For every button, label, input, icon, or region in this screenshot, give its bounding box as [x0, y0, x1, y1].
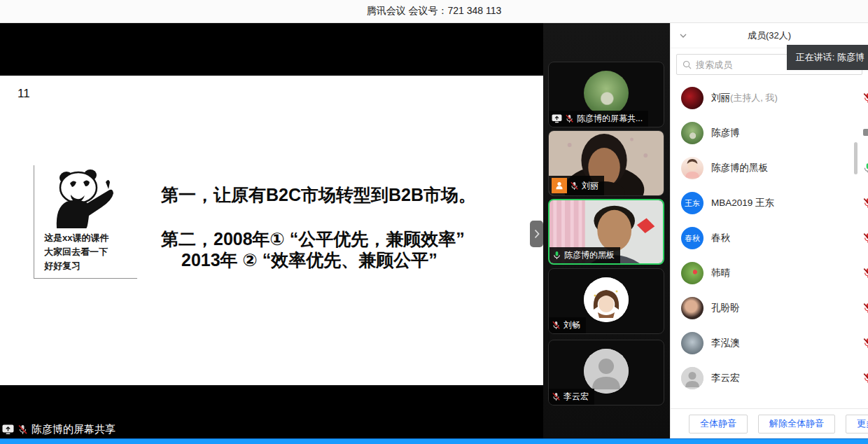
avatar [584, 71, 629, 116]
member-list: 刘丽 (主持人, 我) 陈彦博 陈彦博的黑板 王东 [671, 81, 868, 396]
muted-mic-icon [862, 233, 868, 244]
member-row[interactable]: 孔盼盼 [671, 291, 868, 326]
meme-caption-line: 大家回去看一下 [44, 245, 137, 259]
video-tile[interactable]: 刘畅 [548, 268, 664, 334]
tile-name-label: 刘丽 [549, 176, 604, 195]
chevron-down-icon [680, 34, 687, 38]
muted-mic-icon [552, 392, 561, 401]
muted-mic-icon [862, 303, 868, 314]
members-panel-footer: 全体静音 解除全体静音 更多 [671, 408, 868, 438]
avatar [584, 277, 629, 322]
video-tile[interactable]: 李云宏 [548, 340, 664, 405]
muted-mic-icon [18, 424, 28, 435]
slide: 11 这是xx课的课件 大家回去看一下 [0, 76, 543, 385]
expand-strip-button[interactable] [530, 221, 543, 247]
member-name: MBA2019 王东 [711, 197, 774, 209]
muted-mic-icon [862, 197, 868, 209]
more-button[interactable]: 更多 [846, 415, 868, 433]
video-tile[interactable]: 刘丽 [548, 130, 664, 196]
slide-page-number: 11 [18, 87, 30, 101]
avatar [681, 87, 704, 109]
tile-name: 刘畅 [564, 319, 580, 331]
slide-text-line: 第一，让原有B2C市场转型到B2B市场。 [161, 184, 476, 206]
avatar-initials: 春秋 [685, 233, 700, 244]
member-name: 孔盼盼 [711, 302, 740, 314]
panda-meme-image [47, 167, 117, 228]
tile-name: 李云宏 [564, 391, 589, 403]
member-row[interactable]: 王东 MBA2019 王东 [671, 186, 868, 221]
member-row[interactable]: 陈彦博的黑板 [671, 151, 868, 186]
mic-on-icon [862, 162, 868, 174]
unmute-all-button[interactable]: 解除全体静音 [758, 415, 835, 433]
muted-mic-icon [862, 338, 868, 349]
tile-name: 陈彦博的屏幕共... [577, 113, 643, 125]
muted-mic-icon [862, 92, 868, 104]
search-icon [682, 60, 692, 69]
member-name: 李泓澳 [711, 337, 740, 349]
avatar [681, 367, 704, 389]
slide-text-line: 第二，2008年① “公平优先，兼顾效率” [161, 228, 476, 250]
member-row[interactable]: 陈彦博 [671, 116, 868, 151]
member-row[interactable]: 春秋 春秋 [671, 221, 868, 256]
member-row[interactable]: 刘丽 (主持人, 我) [671, 81, 868, 116]
meme-caption-line: 这是xx课的课件 [44, 231, 137, 245]
screen-share-icon [552, 114, 562, 123]
collapse-panel-button[interactable] [678, 30, 689, 41]
avatar [584, 349, 629, 394]
video-tile[interactable]: 陈彦博的屏幕共... [548, 62, 664, 127]
video-tile-active-speaker[interactable]: 陈彦博的黑板 [548, 199, 664, 265]
muted-mic-icon [862, 373, 868, 384]
slide-text-line: 2013年 ② “效率优先、兼顾公平” [161, 249, 476, 271]
member-row[interactable]: 李云宏 [671, 361, 868, 396]
tile-name: 刘丽 [582, 180, 598, 192]
tile-name: 陈彦博的黑板 [564, 249, 615, 261]
meme-caption: 这是xx课的课件 大家回去看一下 好好复习 [44, 231, 137, 273]
muted-mic-icon [565, 114, 574, 123]
avatar: 春秋 [681, 227, 704, 249]
tile-name-label: 李云宏 [549, 389, 594, 405]
member-row[interactable]: 李泓澳 [671, 326, 868, 361]
mute-all-button[interactable]: 全体静音 [689, 415, 748, 433]
avatar-initials: 王东 [685, 198, 700, 209]
meme-figure: 这是xx课的课件 大家回去看一下 好好复习 [34, 165, 137, 279]
tile-name-label: 刘畅 [549, 317, 586, 333]
speaking-tooltip: 正在讲话: 陈彦博 [787, 45, 868, 70]
muted-mic-icon [862, 268, 868, 279]
member-name: 刘丽 [711, 92, 730, 104]
tencent-meeting-window: 腾讯会议 会议号：721 348 113 11 [0, 0, 868, 444]
chevron-right-icon [534, 229, 540, 239]
member-name: 韩晴 [711, 267, 730, 279]
member-name: 春秋 [711, 232, 730, 244]
slide-text-block: 第一，让原有B2C市场转型到B2B市场。 第二，2008年① “公平优先，兼顾效… [161, 184, 476, 271]
content: 11 这是xx课的课件 大家回去看一下 [0, 23, 868, 438]
member-name: 陈彦博 [711, 127, 740, 139]
meeting-title: 腾讯会议 会议号：721 348 113 [367, 5, 502, 18]
tile-name-label: 陈彦博的屏幕共... [549, 111, 648, 127]
screen-share-icon [862, 127, 868, 139]
member-name: 陈彦博的黑板 [711, 162, 768, 174]
screen-share-banner: 陈彦博的屏幕共享 [2, 423, 115, 436]
scrollbar-thumb[interactable] [854, 142, 858, 174]
member-role-suffix: (主持人, 我) [730, 92, 778, 104]
avatar [681, 297, 704, 319]
shared-screen-area: 11 这是xx课的课件 大家回去看一下 [0, 23, 543, 438]
member-row[interactable]: 韩晴 [671, 256, 868, 291]
avatar: 王东 [681, 192, 704, 214]
screen-share-banner-label: 陈彦博的屏幕共享 [31, 423, 115, 436]
tile-name-label: 陈彦博的黑板 [550, 247, 620, 263]
avatar [681, 122, 704, 144]
avatar [681, 157, 704, 179]
members-panel-title: 成员(32人) [748, 29, 791, 42]
titlebar: 腾讯会议 会议号：721 348 113 [0, 0, 868, 23]
avatar [681, 332, 704, 354]
screen-share-icon [2, 424, 14, 435]
muted-mic-icon [552, 321, 561, 330]
muted-mic-icon [570, 181, 579, 190]
members-panel: 成员(32人) 刘丽 (主持人, 我) 陈彦博 [670, 23, 868, 438]
mic-on-icon [552, 251, 561, 260]
meme-caption-line: 好好复习 [44, 259, 137, 273]
taskbar [0, 438, 868, 444]
avatar [681, 262, 704, 284]
presenter-icon [552, 178, 567, 193]
video-strip: 陈彦博的屏幕共... [543, 23, 670, 438]
